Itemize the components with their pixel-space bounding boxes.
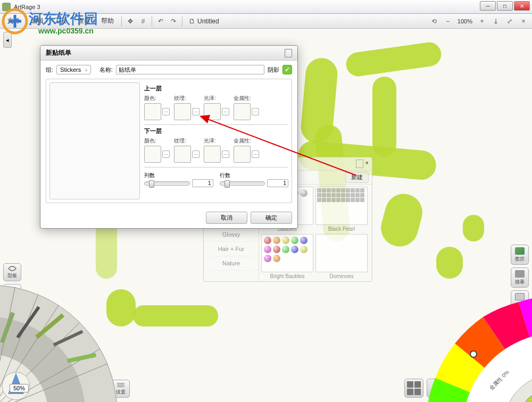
chevron-right-icon: › bbox=[85, 66, 87, 73]
shadow-label: 阴影 bbox=[268, 66, 279, 74]
lower-metallic-swatch[interactable] bbox=[234, 146, 251, 163]
zoom-value: 100% bbox=[455, 18, 475, 24]
columns-label: 列数 bbox=[144, 172, 155, 178]
more-icon[interactable]: ⋯ bbox=[192, 108, 200, 115]
lower-gloss-swatch[interactable] bbox=[204, 146, 221, 163]
maximize-button[interactable]: □ bbox=[497, 1, 513, 11]
document-icon: 🗋 bbox=[189, 18, 195, 25]
sticker-preview[interactable]: Dominoes bbox=[315, 234, 368, 279]
upper-gloss-swatch[interactable] bbox=[204, 103, 221, 120]
shadow-checkbox[interactable]: ✓ bbox=[282, 65, 292, 74]
new-sticker-dialog: 新贴纸单 组: Stickers › 名称: 阴影 ✓ 上一层 颜色:⋯ 纹理:… bbox=[40, 45, 298, 229]
name-label: 名称: bbox=[99, 66, 113, 74]
more-icon[interactable]: ⋯ bbox=[252, 108, 259, 115]
columns-value[interactable]: 1 bbox=[192, 179, 213, 187]
redo-icon[interactable]: ↷ bbox=[167, 15, 180, 28]
cancel-button[interactable]: 取消 bbox=[206, 212, 247, 224]
sticker-preview[interactable]: Bright Baubles bbox=[261, 234, 313, 279]
undo-icon[interactable]: ↶ bbox=[154, 15, 167, 28]
upper-color-swatch[interactable] bbox=[144, 103, 161, 120]
rows-slider[interactable] bbox=[220, 181, 265, 186]
dialog-title: 新贴纸单 bbox=[46, 48, 71, 57]
menu-help[interactable]: 帮助 bbox=[96, 14, 119, 28]
rotate-icon[interactable]: ⟲ bbox=[428, 15, 440, 28]
sticker-preview-box bbox=[49, 82, 140, 199]
upper-layer-label: 上一层 bbox=[144, 85, 288, 93]
lower-texture-swatch[interactable] bbox=[174, 146, 191, 163]
ok-button[interactable]: 确定 bbox=[251, 212, 292, 224]
panel-doc-icon[interactable] bbox=[356, 160, 363, 168]
trace-button[interactable]: 描摹 bbox=[511, 267, 529, 288]
svg-point-35 bbox=[470, 351, 477, 357]
zoom-in-icon[interactable]: + bbox=[476, 15, 488, 28]
dialog-doc-icon[interactable] bbox=[285, 49, 292, 57]
name-input[interactable] bbox=[116, 65, 264, 74]
layers-button[interactable]: 图层 bbox=[511, 245, 529, 265]
more-icon[interactable]: ⋯ bbox=[222, 150, 229, 158]
more-icon[interactable]: ⋯ bbox=[252, 150, 259, 158]
lower-layer-label: 下一层 bbox=[144, 127, 288, 135]
category-item[interactable]: Glossy bbox=[204, 228, 259, 242]
more-icon[interactable]: ⋯ bbox=[222, 108, 229, 115]
group-combo[interactable]: Stickers › bbox=[56, 65, 91, 74]
category-item[interactable]: Nature bbox=[204, 256, 259, 271]
fullscreen-icon[interactable]: ⤢ bbox=[503, 15, 516, 28]
watermark-text: 河东软件园 bbox=[29, 10, 98, 28]
lower-color-swatch[interactable] bbox=[144, 146, 161, 163]
rows-value[interactable]: 1 bbox=[267, 179, 288, 187]
rows-label: 行数 bbox=[220, 172, 230, 178]
category-item[interactable]: Hair + Fur bbox=[204, 242, 259, 256]
minimize-button[interactable]: ─ bbox=[480, 1, 496, 11]
close-button[interactable]: ✕ bbox=[514, 1, 530, 11]
document-tab[interactable]: 🗋 Untitled bbox=[185, 16, 223, 26]
stencil-button[interactable]: 型板 bbox=[3, 263, 21, 281]
panel-close-icon[interactable]: × bbox=[517, 15, 530, 28]
zoom-out-icon[interactable]: − bbox=[442, 15, 454, 28]
columns-slider[interactable] bbox=[144, 181, 190, 186]
more-icon[interactable]: ⋯ bbox=[192, 150, 200, 158]
download-icon[interactable]: ⤓ bbox=[489, 15, 502, 28]
upper-texture-swatch[interactable] bbox=[174, 103, 191, 120]
more-icon[interactable]: ⋯ bbox=[162, 108, 170, 115]
dialog-titlebar[interactable]: 新贴纸单 bbox=[40, 46, 297, 61]
color-wheel[interactable] bbox=[420, 290, 532, 402]
move-tool-icon[interactable]: ✥ bbox=[124, 15, 137, 28]
sticker-tab-new[interactable]: 新建 bbox=[345, 172, 369, 183]
watermark-logo bbox=[1, 7, 29, 35]
brush-size-value[interactable]: 50% bbox=[10, 384, 29, 392]
panel-close-icon[interactable]: × bbox=[365, 160, 369, 168]
watermark-url: www.pc0359.cn bbox=[38, 27, 94, 35]
group-label: 组: bbox=[46, 66, 53, 74]
sticker-preview[interactable]: Black Pearl bbox=[315, 187, 368, 232]
document-name: Untitled bbox=[197, 18, 219, 25]
grid-icon[interactable]: # bbox=[137, 15, 149, 28]
more-icon[interactable]: ⋯ bbox=[162, 150, 170, 158]
upper-metallic-swatch[interactable] bbox=[234, 103, 251, 120]
